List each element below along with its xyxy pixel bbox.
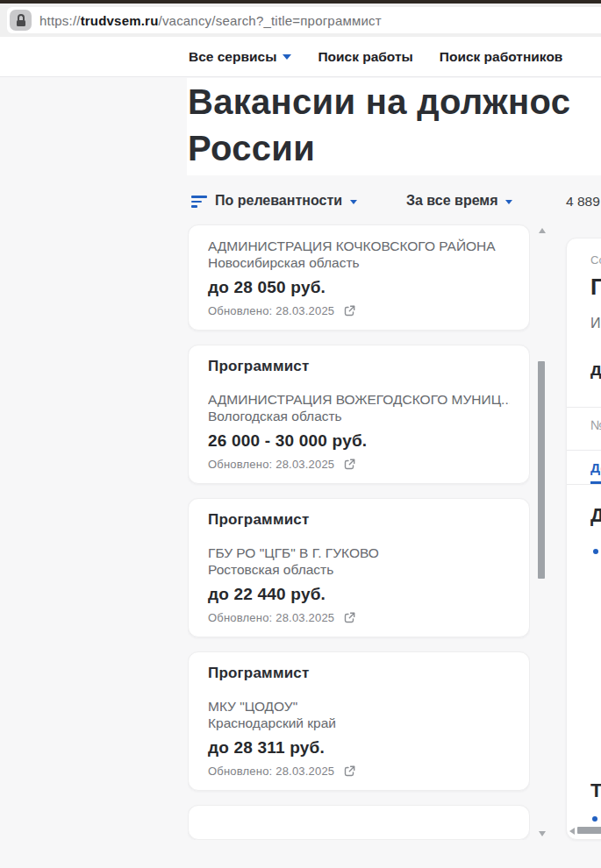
vacancy-title: Программист xyxy=(208,358,510,375)
vacancy-title: Программист xyxy=(208,511,510,529)
updated-row: Обновлено: 28.03.2025 xyxy=(208,765,510,778)
scroll-up-arrow-icon[interactable] xyxy=(539,228,546,233)
vacancy-list: АДМИНИСТРАЦИЯ КОЧКОВСКОГО РАЙОНА Новосиб… xyxy=(188,224,530,840)
region: Краснодарский край xyxy=(208,715,510,731)
chevron-down-icon xyxy=(350,200,357,204)
nav-item-label: Поиск работников xyxy=(440,49,563,65)
sort-dropdown[interactable]: По релевантности xyxy=(191,193,357,209)
horizontal-scrollbar-thumb[interactable] xyxy=(577,827,601,834)
vacancy-card[interactable]: АДМИНИСТРАЦИЯ КОЧКОВСКОГО РАЙОНА Новосиб… xyxy=(188,224,530,331)
nav-item-label: Все сервисы xyxy=(189,49,276,65)
nav-item-job-search[interactable]: Поиск работы xyxy=(318,49,412,65)
scroll-left-arrow-icon[interactable] xyxy=(569,828,575,835)
bullet-icon xyxy=(593,549,598,554)
page-title-line2: России xyxy=(187,125,601,171)
tab-duties[interactable]: Должностные обязанности xyxy=(590,460,601,476)
lock-icon[interactable] xyxy=(10,10,32,31)
detail-meta: Со xyxy=(590,253,601,267)
nav-item-label: Поиск работы xyxy=(318,49,412,65)
url-domain: trudvsem.ru xyxy=(81,13,159,28)
page-title-line1: Вакансии на должнос xyxy=(187,78,601,125)
salary: до 22 440 руб. xyxy=(208,585,510,604)
external-link-icon[interactable] xyxy=(343,611,356,624)
scroll-down-arrow-icon[interactable] xyxy=(539,831,546,836)
updated-row: Обновлено: 28.03.2025 xyxy=(208,304,510,317)
updated-date: Обновлено: 28.03.2025 xyxy=(208,458,334,471)
detail-section-heading: Должностные обязанности xyxy=(590,504,601,527)
nav-item-all-services[interactable]: Все сервисы xyxy=(189,49,291,65)
external-link-icon[interactable] xyxy=(343,765,356,778)
chevron-down-icon xyxy=(283,54,291,60)
results-toolbar: По релевантности За все время 4 889 xyxy=(187,175,601,224)
sort-label: По релевантности xyxy=(215,193,342,209)
region: Вологодская область xyxy=(208,408,510,424)
salary: до 28 311 руб. xyxy=(208,738,510,758)
region: Новосибирская область xyxy=(208,254,510,271)
vacancy-card[interactable]: Программист АДМИНИСТРАЦИЯ ВОЖЕГОДСКОГО М… xyxy=(188,345,530,484)
screen: https://trudvsem.ru/vacancy/search?_titl… xyxy=(0,0,601,868)
detail-salary: до xyxy=(590,359,601,380)
divider xyxy=(567,484,601,485)
detail-section-heading: Требования xyxy=(590,779,601,802)
external-link-icon[interactable] xyxy=(343,458,356,471)
chevron-down-icon xyxy=(505,200,512,204)
vacancy-card[interactable]: Программист МКУ "ЦОДОУ" Краснодарский кр… xyxy=(188,651,530,791)
url-path: /vacancy/search?_title=программист xyxy=(159,13,382,28)
updated-row: Обновлено: 28.03.2025 xyxy=(208,458,510,471)
divider xyxy=(567,407,601,408)
site-nav-bar: Все сервисы Поиск работы Поиск работнико… xyxy=(0,37,601,77)
sort-icon xyxy=(191,194,207,208)
detail-vacancy-number: № xyxy=(590,417,601,432)
vertical-scrollbar-thumb[interactable] xyxy=(538,361,545,579)
vacancy-detail-panel: Со Программист ИП до № Должностные обяза… xyxy=(566,238,601,840)
vacancy-card[interactable]: Программист ГБУ РО "ЦГБ" В Г. ГУКОВО Рос… xyxy=(188,498,530,637)
detail-vacancy-title: Программист xyxy=(590,274,601,301)
nav-links: Все сервисы Поиск работы Поиск работнико… xyxy=(189,37,562,77)
company-name: АДМИНИСТРАЦИЯ КОЧКОВСКОГО РАЙОНА xyxy=(208,238,510,254)
vacancy-title: Программист xyxy=(208,665,510,682)
detail-company: ИП xyxy=(590,316,601,331)
salary: 26 000 - 30 000 руб. xyxy=(208,431,510,451)
updated-date: Обновлено: 28.03.2025 xyxy=(208,765,334,778)
period-label: За все время xyxy=(406,193,498,209)
divider xyxy=(567,450,601,451)
nav-item-employee-search[interactable]: Поиск работников xyxy=(440,49,563,65)
company-name: ГБУ РО "ЦГБ" В Г. ГУКОВО xyxy=(208,544,510,561)
region: Ростовская область xyxy=(208,561,510,578)
updated-date: Обновлено: 28.03.2025 xyxy=(208,611,334,624)
vacancy-card[interactable] xyxy=(188,805,530,840)
active-tab-underline xyxy=(590,481,601,484)
results-count: 4 889 xyxy=(566,194,600,210)
period-dropdown[interactable]: За все время xyxy=(406,193,512,209)
company-name: МКУ "ЦОДОУ" xyxy=(208,698,510,715)
updated-date: Обновлено: 28.03.2025 xyxy=(208,304,334,317)
company-name: АДМИНИСТРАЦИЯ ВОЖЕГОДСКОГО МУНИЦ... xyxy=(208,391,510,408)
url-scheme: https:// xyxy=(39,13,81,28)
updated-row: Обновлено: 28.03.2025 xyxy=(208,611,510,624)
bullet-icon xyxy=(592,816,597,822)
external-link-icon[interactable] xyxy=(343,304,356,317)
url-text: https://trudvsem.ru/vacancy/search?_titl… xyxy=(39,13,382,28)
url-input[interactable]: https://trudvsem.ru/vacancy/search?_titl… xyxy=(7,7,601,33)
salary: до 28 050 руб. xyxy=(208,278,510,297)
browser-address-bar: https://trudvsem.ru/vacancy/search?_titl… xyxy=(0,4,601,37)
page-header: Вакансии на должнос России xyxy=(187,78,601,175)
